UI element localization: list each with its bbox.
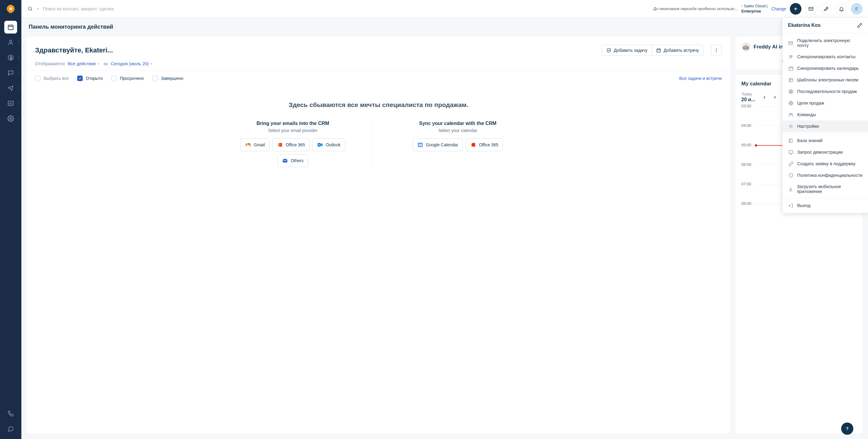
filter-for-label: за xyxy=(103,61,108,66)
office-icon xyxy=(277,142,283,148)
more-icon[interactable]: ⋮ xyxy=(17,86,21,91)
sidebar-item-contacts[interactable]: ⋮ xyxy=(4,36,17,49)
topbar: До окончания периода пробного использо..… xyxy=(21,0,868,18)
user-avatar-button[interactable]: E xyxy=(851,3,863,14)
freddy-title: Freddy AI ins xyxy=(753,44,786,50)
google-calendar-icon: 31 xyxy=(417,142,423,148)
menu-item-book[interactable]: База знаний xyxy=(782,135,868,146)
add-task-button[interactable]: Добавить задачу xyxy=(602,45,652,56)
trial-status-text: До окончания периода пробного использо..… xyxy=(653,6,738,11)
sidebar-item-chat[interactable] xyxy=(4,423,17,435)
svg-rect-19 xyxy=(657,49,660,52)
svg-point-12 xyxy=(28,7,31,10)
more-icon[interactable]: ⋮ xyxy=(17,101,21,106)
svg-rect-29 xyxy=(320,144,323,146)
svg-point-28 xyxy=(319,144,319,145)
more-icon[interactable]: ⋮ xyxy=(17,116,21,121)
filter-done-checkbox[interactable]: Завершено xyxy=(152,76,183,81)
page-title: Панель мониторинга действий xyxy=(21,18,868,36)
menu-item-team[interactable]: Команды xyxy=(782,109,868,121)
provider-gmail-button[interactable]: Gmail xyxy=(241,138,270,151)
menu-item-logout[interactable]: Выход xyxy=(782,200,868,211)
rocket-button[interactable] xyxy=(820,3,832,14)
template-icon xyxy=(788,77,794,82)
svg-point-25 xyxy=(716,51,717,52)
menu-item-contacts[interactable]: Синхронизировать контакты xyxy=(782,51,868,63)
calendar-next-button[interactable] xyxy=(771,93,779,101)
panel-more-button[interactable] xyxy=(711,45,722,56)
download-icon xyxy=(788,186,793,192)
menu-item-template[interactable]: Шаблоны электронных писем xyxy=(782,74,868,86)
bullseye-icon xyxy=(788,100,794,106)
add-button[interactable] xyxy=(790,3,802,14)
sidebar-item-campaigns[interactable]: ⋮ xyxy=(4,82,17,95)
email-button[interactable] xyxy=(805,3,817,14)
logout-icon xyxy=(788,203,794,208)
svg-point-36 xyxy=(791,56,792,57)
sidebar-item-settings[interactable]: ⋮ xyxy=(4,112,17,125)
svg-rect-41 xyxy=(789,78,792,81)
email-connect-sub: Select your email provider xyxy=(226,128,360,133)
cal-connect-sub: Select your calendar xyxy=(384,128,531,133)
change-plan-link[interactable]: Change xyxy=(771,6,786,11)
calendar-prev-button[interactable] xyxy=(761,93,769,101)
svg-point-17 xyxy=(827,8,828,8)
sidebar-item-conversations[interactable]: ⋮ xyxy=(4,66,17,79)
search-input[interactable] xyxy=(43,6,153,11)
more-icon[interactable]: ⋮ xyxy=(17,55,21,60)
svg-point-46 xyxy=(790,91,791,92)
email-connect-heading: Bring your emails into the CRM xyxy=(226,121,360,126)
menu-item-calendar[interactable]: Синхронизировать календарь xyxy=(782,63,868,74)
sidebar-item-phone[interactable] xyxy=(4,407,17,420)
menu-item-mail[interactable]: Подключить электронную почту xyxy=(782,35,868,51)
search-icon[interactable] xyxy=(27,6,33,12)
sidebar-item-activities[interactable] xyxy=(4,21,17,34)
select-all-checkbox[interactable]: Выбрать все xyxy=(35,76,69,81)
provider-outlook-button[interactable]: Outlook xyxy=(313,138,345,151)
menu-item-bullseye[interactable]: Цели продаж xyxy=(782,97,868,109)
mail-icon xyxy=(282,158,288,164)
svg-point-23 xyxy=(716,48,717,49)
svg-point-48 xyxy=(790,102,792,104)
app-logo[interactable] xyxy=(5,3,17,15)
filter-actions-dropdown[interactable]: Все действия xyxy=(68,61,100,66)
filter-open-checkbox[interactable]: Открыто xyxy=(77,76,102,81)
link-icon xyxy=(788,161,794,166)
freddy-icon: 🤖 xyxy=(741,42,750,52)
help-button[interactable]: ? xyxy=(841,423,854,435)
svg-line-13 xyxy=(31,9,32,11)
svg-rect-53 xyxy=(789,150,793,153)
all-tasks-link[interactable]: Все задачи и встречи xyxy=(679,76,722,81)
mail-icon xyxy=(788,40,794,46)
greeting-text: Здравствуйте, Ekateri... xyxy=(35,46,597,54)
menu-item-link[interactable]: Создать заявку в поддержку xyxy=(782,158,868,169)
notifications-button[interactable] xyxy=(836,3,847,14)
svg-point-51 xyxy=(790,126,792,127)
provider-office365-email-button[interactable]: Office 365 xyxy=(273,138,310,151)
more-icon[interactable]: ⋮ xyxy=(17,40,21,45)
provider-office365-cal-button[interactable]: Office 365 xyxy=(466,138,503,151)
add-meeting-button[interactable]: Добавить встречу xyxy=(652,45,704,56)
plan-info: •Sales Cloud | Enterprise xyxy=(741,4,768,14)
filter-date-dropdown[interactable]: Сегодня (июль 20) xyxy=(111,61,153,66)
target-icon xyxy=(788,89,794,94)
filter-overdue-checkbox[interactable]: Просрочено xyxy=(112,76,144,81)
menu-item-download[interactable]: Загрузить мобильное приложение xyxy=(782,181,868,197)
calendar-date: 20 и... xyxy=(741,97,755,102)
provider-google-calendar-button[interactable]: 31 Google Calendar xyxy=(413,138,463,151)
sidebar-item-deals[interactable]: ⋮ xyxy=(4,51,17,64)
provider-others-button[interactable]: Others xyxy=(277,154,308,167)
menu-item-screen[interactable]: Запрос демонстрации xyxy=(782,146,868,158)
menu-item-settings[interactable]: Настройки xyxy=(782,121,868,132)
more-icon[interactable]: ⋮ xyxy=(17,70,21,75)
outlook-icon xyxy=(317,142,323,148)
left-sidebar: ⋮ ⋮ ⋮ ⋮ ⋮ ⋮ xyxy=(0,0,21,439)
menu-item-target[interactable]: Последовательности продаж xyxy=(782,86,868,97)
user-menu-dropdown: Ekaterina Kos Подключить электронную поч… xyxy=(782,18,868,213)
edit-profile-button[interactable] xyxy=(857,23,863,28)
menu-item-shield[interactable]: Политика конфиденциальности xyxy=(782,169,868,181)
cal-connect-heading: Sync your calendar with the CRM xyxy=(384,121,531,126)
sidebar-item-reports[interactable]: ⋮ xyxy=(4,97,17,110)
screen-icon xyxy=(788,149,794,155)
search-scope-dropdown[interactable] xyxy=(36,7,40,11)
